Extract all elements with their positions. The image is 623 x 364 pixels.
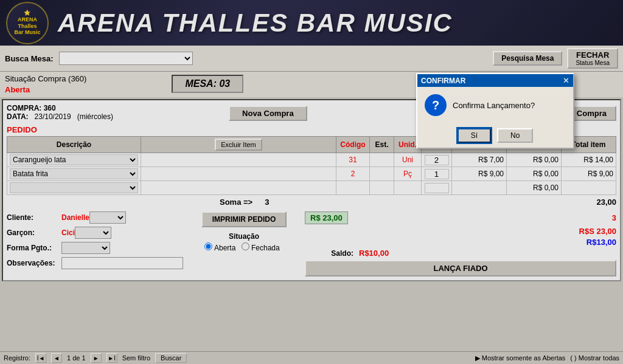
modal-footer: Sí No: [417, 123, 573, 148]
no-button[interactable]: No: [497, 128, 533, 143]
modal-message: Confirma Lançamento?: [453, 101, 535, 110]
modal-titlebar: CONFIRMAR ✕: [417, 74, 573, 87]
modal-body: ? Confirma Lançamento?: [417, 87, 573, 123]
modal-question-icon: ?: [425, 94, 447, 116]
confirmar-modal: CONFIRMAR ✕ ? Confirma Lançamento? Sí No: [416, 73, 574, 149]
sim-button[interactable]: Sí: [458, 128, 491, 143]
modal-close-button[interactable]: ✕: [563, 76, 569, 85]
modal-overlay: CONFIRMAR ✕ ? Confirma Lançamento? Sí No: [0, 0, 623, 364]
modal-title: CONFIRMAR: [421, 77, 465, 85]
